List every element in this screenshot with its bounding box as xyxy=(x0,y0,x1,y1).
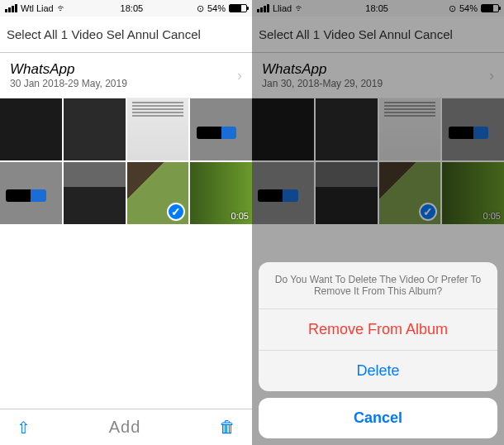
photo-thumb xyxy=(316,98,378,160)
photo-thumb[interactable] xyxy=(127,98,189,160)
photo-thumb[interactable] xyxy=(64,162,126,224)
trash-icon[interactable]: 🗑 xyxy=(219,418,235,437)
toolbar: ⇧ Add 🗑 xyxy=(0,409,252,445)
photo-thumb[interactable] xyxy=(64,98,126,160)
delete-button[interactable]: Delete xyxy=(259,351,497,391)
video-thumb-selected[interactable]: ✓ xyxy=(127,162,189,224)
video-duration: 0:05 xyxy=(231,211,249,221)
photo-thumb xyxy=(316,162,378,224)
phone-left: Wtl Liad ᯤ 18:05 ⊙ 54% Select All 1 Vide… xyxy=(0,0,252,445)
album-header[interactable]: WhatsApp 30 Jan 2018-29 May, 2019 › xyxy=(0,53,252,98)
status-bar: Lliad ᯤ 18:05 ⊙ 54% xyxy=(252,0,504,17)
video-thumb-selected: ✓ xyxy=(379,162,441,224)
clock-label: 18:05 xyxy=(121,3,144,13)
video-duration: 0:05 xyxy=(483,211,501,221)
photo-thumb xyxy=(252,162,314,224)
album-date: 30 Jan 2018-29 May, 2019 xyxy=(10,78,127,89)
wifi-icon: ᯤ xyxy=(295,2,305,14)
action-sheet: Do You Want To Delete The Video Or Prefe… xyxy=(259,262,497,438)
status-bar: Wtl Liad ᯤ 18:05 ⊙ 54% xyxy=(0,0,252,17)
photo-thumb xyxy=(252,98,314,160)
check-icon: ✓ xyxy=(419,203,437,221)
album-date: Jan 30, 2018-May 29, 2019 xyxy=(262,78,383,89)
chevron-right-icon: › xyxy=(489,67,494,84)
photo-thumb[interactable] xyxy=(0,162,62,224)
album-title: WhatsApp xyxy=(262,61,383,78)
clock-label: 18:05 xyxy=(365,3,388,13)
photo-grid: ✓ 0:05 xyxy=(252,98,504,224)
share-icon[interactable]: ⇧ xyxy=(17,418,31,438)
video-thumb: 0:05 xyxy=(442,162,504,224)
nav-title: Select All 1 Video Sel Annul Cancel xyxy=(259,27,453,41)
battery-percent: 54% xyxy=(207,3,226,13)
cancel-button[interactable]: Cancel xyxy=(259,398,497,438)
photo-thumb xyxy=(442,98,504,160)
photo-thumb[interactable] xyxy=(190,98,252,160)
wifi-icon: ᯤ xyxy=(57,2,67,14)
nav-bar: Select All 1 Video Sel Annul Cancel xyxy=(0,17,252,53)
carrier-label: Wtl Liad xyxy=(21,3,54,13)
chevron-right-icon: › xyxy=(237,67,242,84)
carrier-label: Lliad xyxy=(273,3,292,13)
phone-right: Lliad ᯤ 18:05 ⊙ 54% Select All 1 Video S… xyxy=(252,0,504,445)
photo-thumb[interactable] xyxy=(0,98,62,160)
remove-from-album-button[interactable]: Remove From Album xyxy=(259,309,497,351)
battery-icon xyxy=(229,4,247,12)
video-thumb[interactable]: 0:05 xyxy=(190,162,252,224)
orientation-lock-icon: ⊙ xyxy=(197,3,204,14)
signal-icon xyxy=(5,4,17,12)
nav-bar: Select All 1 Video Sel Annul Cancel xyxy=(252,17,504,53)
add-button[interactable]: Add xyxy=(109,418,141,437)
orientation-lock-icon: ⊙ xyxy=(449,3,456,14)
photo-grid: ✓ 0:05 xyxy=(0,98,252,224)
battery-percent: 54% xyxy=(459,3,478,13)
album-title: WhatsApp xyxy=(10,61,127,78)
check-icon: ✓ xyxy=(167,203,185,221)
album-header: WhatsApp Jan 30, 2018-May 29, 2019 › xyxy=(252,53,504,98)
signal-icon xyxy=(257,4,269,12)
sheet-message: Do You Want To Delete The Video Or Prefe… xyxy=(259,262,497,309)
nav-title[interactable]: Select All 1 Video Sel Annul Cancel xyxy=(7,27,201,41)
photo-thumb xyxy=(379,98,441,160)
battery-icon xyxy=(481,4,499,12)
